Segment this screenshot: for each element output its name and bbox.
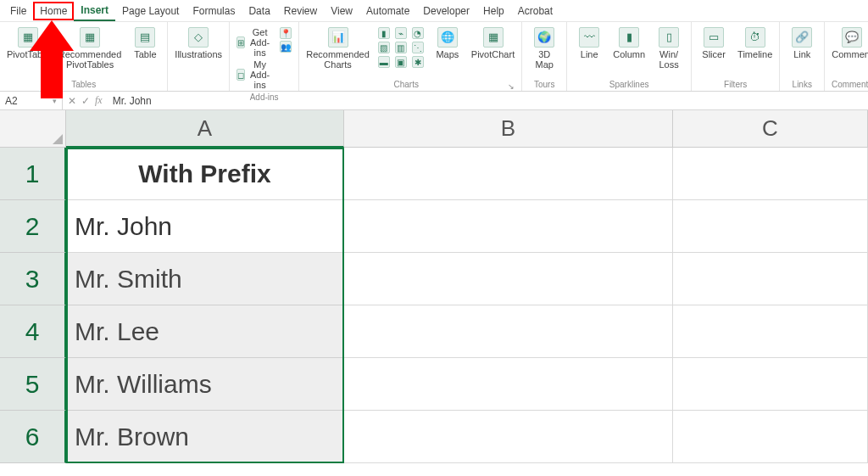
row-header-1[interactable]: 1	[0, 148, 66, 200]
col-header-c[interactable]: C	[673, 110, 868, 148]
cell-a1[interactable]: With Prefix	[66, 148, 344, 200]
link-button[interactable]: 🔗Link	[785, 25, 819, 59]
label: Maps	[436, 49, 459, 59]
hierarchy-chart-button[interactable]: ▧	[376, 40, 392, 53]
combo-icon: ▣	[395, 56, 407, 68]
cancel-icon[interactable]: ✕	[68, 95, 76, 107]
cell-a3[interactable]: Mr. Smith	[66, 253, 344, 305]
stat-chart-button[interactable]: ▥	[393, 40, 409, 53]
illustrations-button[interactable]: ◇ Illustrations	[173, 25, 224, 59]
charts-dialog-launcher[interactable]: ↘	[508, 82, 515, 91]
cell-b1[interactable]	[344, 148, 673, 200]
group-label: Links	[793, 78, 812, 91]
line-chart-button[interactable]: ⌁	[393, 25, 409, 39]
cell-a4[interactable]: Mr. Lee	[66, 305, 344, 358]
comment-button[interactable]: 💬Comment	[830, 25, 868, 59]
group-label: Tours	[534, 78, 554, 91]
cell-b6[interactable]	[344, 411, 673, 463]
fx-icon[interactable]: fx	[95, 94, 103, 107]
group-label: Add-ins	[250, 91, 279, 104]
group-filters: ▭Slicer ⏱Timeline Filters	[692, 22, 780, 91]
tab-help[interactable]: Help	[476, 2, 511, 20]
label: Timeline	[737, 49, 772, 59]
row-header-5[interactable]: 5	[0, 358, 66, 411]
timeline-icon: ⏱	[745, 27, 765, 48]
bing-icon: 📍	[280, 27, 292, 39]
scatter-icon: ⋱	[412, 42, 424, 53]
radar-icon: ✱	[412, 56, 424, 68]
ribbon: ▦ PivotTable ▦ Recommended PivotTables ▤…	[0, 22, 868, 92]
tab-page-layout[interactable]: Page Layout	[115, 2, 186, 20]
sparkline-column-button[interactable]: ▮Column	[611, 25, 647, 59]
row-header-2[interactable]: 2	[0, 200, 66, 253]
sparkline-winloss-button[interactable]: ▯Win/ Loss	[652, 25, 686, 70]
cell-b2[interactable]	[344, 200, 673, 253]
column-chart-button[interactable]: ▮	[376, 25, 392, 39]
tab-review[interactable]: Review	[277, 2, 324, 20]
people-graph-button[interactable]: 👥	[278, 39, 293, 53]
select-all-corner[interactable]	[0, 110, 66, 148]
cell-a6[interactable]: Mr. Brown	[66, 411, 344, 463]
tab-automate[interactable]: Automate	[359, 2, 416, 20]
timeline-button[interactable]: ⏱Timeline	[736, 25, 774, 59]
col-header-b[interactable]: B	[344, 110, 673, 148]
combo-chart-button[interactable]: ▣	[393, 54, 409, 68]
row-header-6[interactable]: 6	[0, 411, 66, 463]
formula-value[interactable]: Mr. John	[108, 95, 152, 107]
cell-c5[interactable]	[673, 358, 868, 411]
tab-data[interactable]: Data	[242, 2, 276, 20]
cell-c6[interactable]	[673, 411, 868, 463]
comment-icon: 💬	[842, 27, 862, 48]
surface-chart-button[interactable]: ✱	[410, 54, 426, 68]
shapes-icon: ◇	[188, 27, 209, 48]
maps-button[interactable]: 🌐 Maps	[431, 25, 465, 59]
tab-view[interactable]: View	[324, 2, 359, 20]
tab-acrobat[interactable]: Acrobat	[511, 2, 559, 20]
label: Illustrations	[175, 49, 222, 59]
spark-column-icon: ▮	[619, 27, 639, 48]
tab-developer[interactable]: Developer	[416, 2, 476, 20]
enter-icon[interactable]: ✓	[81, 95, 90, 107]
recommended-pivot-button[interactable]: ▦ Recommended PivotTables	[57, 25, 124, 70]
link-icon: 🔗	[792, 27, 812, 48]
sparkline-line-button[interactable]: 〰Line	[572, 25, 606, 59]
name-box[interactable]: A2 ▾	[0, 92, 63, 109]
pivottable-button[interactable]: ▦ PivotTable	[5, 25, 52, 59]
cell-b4[interactable]	[344, 305, 673, 358]
map-icon: 🌐	[437, 27, 458, 48]
scatter-chart-button[interactable]: ⋱	[410, 40, 426, 53]
my-addins-button[interactable]: ◻ My Add-ins	[235, 58, 273, 90]
table-button[interactable]: ▤ Table	[128, 25, 162, 59]
slicer-button[interactable]: ▭Slicer	[697, 25, 731, 59]
name-box-value: A2	[5, 95, 18, 107]
col-header-a[interactable]: A	[66, 110, 344, 148]
cell-c3[interactable]	[673, 253, 868, 305]
cell-b3[interactable]	[344, 253, 673, 305]
tab-home[interactable]: Home	[33, 2, 74, 20]
column-headers: A B C	[0, 110, 868, 148]
tab-insert[interactable]: Insert	[74, 1, 115, 21]
name-box-dropdown-icon[interactable]: ▾	[53, 97, 57, 105]
tab-formulas[interactable]: Formulas	[186, 2, 242, 20]
label: Win/ Loss	[659, 49, 678, 70]
pie-chart-button[interactable]: ◔	[410, 25, 426, 39]
3dmap-button[interactable]: 🌍 3D Map	[527, 25, 561, 70]
store-icon: ⊞	[236, 36, 245, 48]
cell-a2[interactable]: Mr. John	[66, 200, 344, 253]
pivotchart-button[interactable]: ▦ PivotChart	[470, 25, 516, 59]
row-header-3[interactable]: 3	[0, 253, 66, 305]
cell-c2[interactable]	[673, 200, 868, 253]
formula-bar: A2 ▾ ✕ ✓ fx Mr. John	[0, 92, 868, 110]
tab-file[interactable]: File	[3, 2, 33, 20]
worksheet-grid[interactable]: A B C 1 With Prefix 2 Mr. John 3 Mr. Smi…	[0, 110, 868, 463]
cell-c4[interactable]	[673, 305, 868, 358]
get-addins-button[interactable]: ⊞ Get Add-ins	[235, 25, 273, 58]
bing-maps-button[interactable]: 📍	[278, 25, 293, 39]
column-chart-icon: ▮	[378, 27, 390, 39]
waterfall-chart-button[interactable]: ▬	[376, 54, 392, 68]
cell-c1[interactable]	[673, 148, 868, 200]
recommended-charts-button[interactable]: 📊 Recommended Charts	[304, 25, 371, 70]
cell-a5[interactable]: Mr. Williams	[66, 358, 344, 411]
row-header-4[interactable]: 4	[0, 305, 66, 358]
cell-b5[interactable]	[344, 358, 673, 411]
